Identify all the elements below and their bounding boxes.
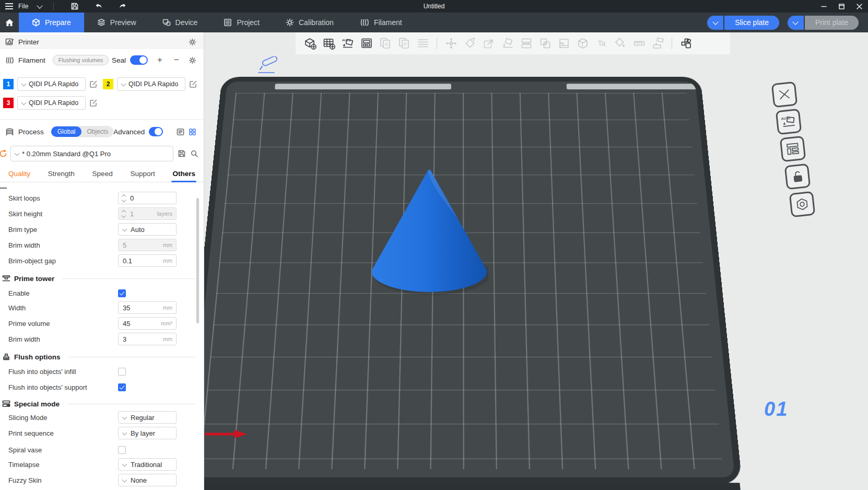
save-preset-icon[interactable]: [178, 149, 186, 158]
brim-type-dropdown[interactable]: Auto: [118, 223, 177, 236]
tab-preview[interactable]: Preview: [84, 13, 149, 32]
slice-options-chevron[interactable]: [707, 16, 723, 30]
timelapse-dropdown[interactable]: Traditional: [118, 458, 177, 471]
redo-icon[interactable]: [119, 2, 127, 10]
settings-list-icon[interactable]: [177, 128, 184, 136]
slice-plate-button[interactable]: Slice plate: [724, 16, 779, 30]
print-options-chevron[interactable]: [788, 16, 804, 30]
remove-filament-button[interactable]: −: [172, 55, 181, 65]
printer-settings-gear-icon[interactable]: [189, 38, 196, 46]
skirt-height-spinner[interactable]: 1 layers: [118, 207, 177, 220]
seal-toggle[interactable]: [130, 55, 148, 65]
add-plate-icon[interactable]: [322, 37, 336, 51]
fill-wall-icon[interactable]: [557, 37, 571, 51]
print-sequence-dropdown[interactable]: By layer: [118, 427, 177, 439]
close-button[interactable]: [850, 0, 868, 13]
file-menu-chevron-icon[interactable]: [37, 3, 43, 8]
tab-calibration[interactable]: Calibration: [273, 13, 347, 32]
add-filament-button[interactable]: +: [155, 55, 165, 65]
spinner-arrows-icon[interactable]: [119, 211, 129, 217]
process-preset-dropdown[interactable]: * 0.20mm Standard @Q1 Pro: [10, 146, 173, 161]
edit-plate-name-icon[interactable]: [255, 56, 283, 75]
filament-1-dropdown[interactable]: QIDI PLA Rapido: [17, 77, 86, 91]
filament-slot-1: 1 QIDI PLA Rapido: [3, 77, 98, 91]
auto-arrange-plate-icon[interactable]: AUTO: [776, 109, 802, 135]
tab-support[interactable]: Support: [130, 170, 155, 182]
move-icon[interactable]: [444, 37, 458, 51]
brim-object-gap-input[interactable]: 0.1 mm: [118, 254, 177, 267]
layer-table-icon[interactable]: [416, 37, 430, 51]
print-plate-button[interactable]: Print plate: [805, 16, 859, 30]
spiral-vase-checkbox[interactable]: [118, 446, 126, 454]
minimize-button[interactable]: [815, 0, 832, 13]
flush-support-checkbox[interactable]: [118, 383, 126, 391]
svg-text:P: P: [403, 41, 406, 47]
measure-icon[interactable]: [632, 37, 646, 51]
rotate-icon[interactable]: [463, 37, 477, 51]
boolean-icon[interactable]: [538, 37, 552, 51]
prime-brim-width-input[interactable]: 3 mm: [118, 333, 177, 345]
tab-others[interactable]: Others: [172, 170, 195, 182]
filament-1-color-badge[interactable]: 1: [3, 79, 14, 89]
lay-on-face-icon[interactable]: [500, 37, 514, 51]
lock-plate-icon[interactable]: [784, 164, 811, 190]
filament-2-edit-icon[interactable]: [189, 80, 197, 88]
text-icon[interactable]: Ta: [594, 37, 608, 51]
brim-width-input[interactable]: 5 mm: [118, 239, 177, 251]
split-objects-icon[interactable]: [679, 37, 693, 51]
plate-settings-icon[interactable]: [789, 191, 816, 218]
modules-icon[interactable]: [189, 128, 196, 136]
tab-device[interactable]: Device: [149, 13, 211, 32]
file-menu[interactable]: File: [18, 3, 28, 10]
reset-preset-icon[interactable]: [0, 149, 8, 158]
copy-icon[interactable]: 0: [378, 37, 392, 51]
search-settings-icon[interactable]: [190, 149, 198, 158]
split-icon[interactable]: [519, 37, 533, 51]
filament-settings-gear-icon[interactable]: [189, 56, 196, 64]
plate-layout-icon[interactable]: [780, 136, 806, 162]
skirt-loops-spinner[interactable]: 0: [118, 192, 177, 204]
tab-quality[interactable]: Quality: [8, 170, 30, 182]
tab-filament[interactable]: Filament: [347, 13, 415, 32]
menu-icon[interactable]: [5, 3, 13, 9]
mesh-cube-icon[interactable]: [576, 37, 590, 51]
advanced-toggle[interactable]: [149, 127, 163, 136]
prime-tower-enable-checkbox[interactable]: [118, 289, 126, 297]
home-button[interactable]: [0, 13, 19, 32]
paste-icon[interactable]: P: [397, 37, 411, 51]
collapse-dash[interactable]: [0, 188, 7, 189]
tab-prepare[interactable]: Prepare: [19, 13, 84, 32]
auto-orient-icon[interactable]: AUTO: [341, 37, 355, 51]
tab-project[interactable]: Project: [210, 13, 273, 32]
filament-3-edit-icon[interactable]: [89, 99, 98, 107]
filament-2-dropdown[interactable]: QIDI PLA Rapido: [117, 77, 185, 91]
prime-volume-input[interactable]: 45 mm³: [118, 317, 177, 330]
slicing-mode-dropdown[interactable]: Regular: [118, 411, 177, 424]
flushing-volumes-button[interactable]: Flushing volumes: [53, 55, 109, 65]
fuzzy-skin-dropdown[interactable]: None: [118, 474, 177, 486]
tab-strength[interactable]: Strength: [48, 170, 75, 182]
tab-prepare-label: Prepare: [45, 18, 71, 27]
scale-icon[interactable]: [482, 37, 496, 51]
filament-2-color-badge[interactable]: 2: [103, 79, 113, 89]
delete-plate-icon[interactable]: [771, 81, 798, 108]
flush-infill-checkbox[interactable]: [118, 368, 126, 376]
settings-scrollbar[interactable]: [196, 198, 199, 323]
paint-icon[interactable]: [613, 37, 627, 51]
assembly-icon[interactable]: [651, 37, 665, 51]
cone-model[interactable]: [370, 169, 488, 296]
scope-objects-button[interactable]: Objects: [81, 126, 113, 137]
maximize-button[interactable]: [832, 0, 850, 13]
scope-global-button[interactable]: Global: [51, 126, 82, 137]
save-icon[interactable]: [71, 2, 79, 10]
arrange-icon[interactable]: [359, 37, 373, 51]
add-object-icon[interactable]: [303, 37, 317, 51]
tab-speed[interactable]: Speed: [92, 170, 113, 182]
undo-icon[interactable]: [95, 2, 103, 10]
filament-3-color-badge[interactable]: 3: [3, 98, 14, 108]
prime-tower-width-input[interactable]: 35 mm: [118, 301, 177, 314]
spinner-arrows-icon[interactable]: [119, 195, 129, 202]
viewport-3d[interactable]: AUTO 0 P Ta: [204, 32, 868, 490]
filament-1-edit-icon[interactable]: [89, 80, 98, 88]
filament-3-dropdown[interactable]: QIDI PLA Rapido: [17, 96, 86, 110]
